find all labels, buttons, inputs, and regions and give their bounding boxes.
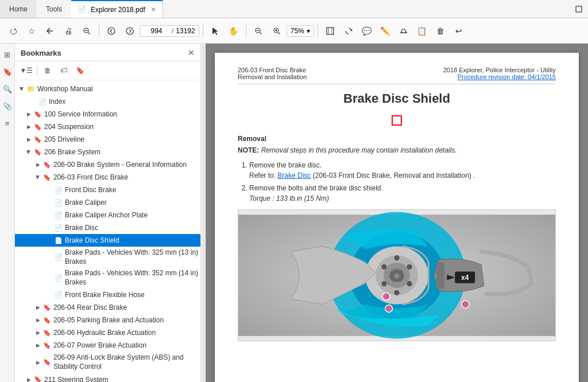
zoom-select[interactable]: 75% ▾ (287, 25, 314, 37)
stamp-button[interactable]: 📋 (413, 22, 431, 40)
label-206-03: 206-03 Front Disc Brake (53, 173, 128, 181)
tree-item-brake-disc[interactable]: 📄 Brake Disc (15, 221, 200, 234)
tree-item-brake-pads-325[interactable]: 📄 Brake Pads - Vehicles With: 325 mm (13… (15, 247, 200, 268)
pdf-header-left: 206-03 Front Disc Brake Removal and Inst… (238, 67, 307, 80)
label-206-06: 206-06 Hydraulic Brake Actuation (53, 329, 156, 337)
delete-bookmark-button[interactable]: 🗑 (41, 64, 55, 77)
tree-item-206-04[interactable]: ▶ 🔖 206-04 Rear Disc Brake (15, 301, 200, 314)
expander-206-00[interactable]: ▶ (33, 160, 42, 169)
tree-item-index[interactable]: 📄 Index (15, 95, 200, 108)
tree-item-206-03[interactable]: ▶ 🔖 206-03 Front Disc Brake (15, 171, 200, 184)
tree-item-brake-pads-352[interactable]: 📄 Brake Pads - Vehicles With: 352 mm (14… (15, 268, 200, 289)
panel-icon-layers[interactable]: ≡ (1, 117, 14, 130)
pdf-note-text: Removal steps in this procedure may cont… (261, 146, 457, 154)
highlight-button[interactable] (395, 22, 412, 40)
tree-item-front-brake-hose[interactable]: 📄 Front Brake Flexible Hose (15, 289, 200, 301)
zoom-in-button[interactable] (268, 22, 285, 40)
expander-206-07[interactable]: ▶ (33, 341, 42, 350)
pdf-header-revision-link[interactable]: Procedure revision date: 04/1/2015 (443, 73, 556, 80)
pdf-step-2-text: Remove the bolts and the brake disc shie… (249, 184, 383, 192)
svg-point-25 (394, 255, 399, 260)
page-separator: / (172, 27, 173, 35)
prev-page-button[interactable] (103, 22, 120, 40)
tree-item-100[interactable]: ▶ 🔖 100 Service Information (15, 108, 200, 120)
bookmark-star-button[interactable]: ☆ (23, 22, 40, 40)
page-number-input[interactable]: 994 (144, 27, 169, 35)
print-button[interactable]: 🖨 (60, 22, 77, 40)
zoom-out-button[interactable] (250, 22, 267, 40)
panel-resizer[interactable] (201, 44, 206, 382)
expander-206-04[interactable]: ▶ (33, 303, 42, 312)
tab-tools[interactable]: Tools (37, 0, 71, 18)
tree-item-206-00[interactable]: ▶ 🔖 206-00 Brake System - General Inform… (15, 158, 200, 171)
bookmark-options-button[interactable]: 🔖 (73, 64, 87, 77)
tree-item-workshop-manual[interactable]: ▶ 📁 Workshop Manual (15, 83, 200, 95)
label-brake-caliper-anchor: Brake Caliper Anchor Plate (65, 211, 148, 219)
pdf-viewer[interactable]: 206-03 Front Disc Brake Removal and Inst… (206, 44, 588, 382)
tab-home[interactable]: Home (0, 0, 37, 18)
previous-page-button[interactable] (41, 22, 59, 40)
expander-206-06[interactable]: ▶ (33, 328, 42, 337)
undo-button[interactable]: ↩ (450, 22, 467, 40)
tree-item-brake-disc-shield[interactable]: 📄 Brake Disc Shield (15, 234, 200, 247)
bookmarks-tree[interactable]: ▶ 📁 Workshop Manual 📄 Index ▶ 🔖 100 Serv… (15, 80, 200, 382)
expander-206[interactable]: ▶ (24, 147, 33, 157)
annotate-comment-button[interactable]: 💬 (358, 22, 376, 40)
tree-item-205[interactable]: ▶ 🔖 205 Driveline (15, 133, 200, 146)
bookmark-icon-211: 🔖 (33, 375, 42, 382)
panel-icon-bookmarks[interactable]: 🔖 (1, 65, 14, 78)
tree-item-204[interactable]: ▶ 🔖 204 Suspension (15, 120, 200, 133)
pdf-step-1-text: Remove the brake disc. (249, 161, 322, 169)
tree-item-front-disc[interactable]: 📄 Front Disc Brake (15, 184, 200, 196)
delete-button[interactable]: 🗑 (432, 22, 449, 40)
svg-point-32 (394, 273, 399, 278)
page-input-container[interactable]: 994 / 13192 (140, 25, 199, 37)
bookmark-icon-206-00: 🔖 (42, 160, 52, 169)
svg-line-12 (278, 32, 280, 34)
pdf-brake-disc-link[interactable]: Brake Disc (277, 171, 311, 180)
label-206: 206 Brake System (44, 148, 100, 156)
expander-204[interactable]: ▶ (24, 122, 33, 131)
tree-item-206-09[interactable]: ▶ 🔖 206-09 Anti-Lock Brake System (ABS) … (15, 352, 200, 373)
tree-item-brake-caliper[interactable]: 📄 Brake Caliper (15, 196, 200, 209)
bookmark-icon-206-07: 🔖 (42, 341, 52, 350)
cursor-tool-button[interactable] (207, 22, 224, 40)
tree-item-206[interactable]: ▶ 🔖 206 Brake System (15, 146, 200, 158)
hand-tool-button[interactable]: ✋ (225, 22, 242, 40)
expander-211[interactable]: ▶ (24, 375, 33, 382)
label-211: 211 Steering System (44, 376, 108, 382)
tree-item-206-05[interactable]: ▶ 🔖 206-05 Parking Brake and Actuation (15, 314, 200, 326)
expand-all-button[interactable]: ▼☰ (20, 64, 33, 77)
panel-icon-thumbnail[interactable]: ⊞ (1, 48, 14, 61)
tree-item-211[interactable]: ▶ 🔖 211 Steering System (15, 373, 200, 382)
bookmark-icon-206-06: 🔖 (42, 328, 52, 337)
back-button[interactable]: ⭯ (5, 22, 22, 40)
expander-brake-caliper-anchor (45, 211, 54, 220)
tree-item-brake-caliper-anchor[interactable]: 📄 Brake Caliper Anchor Plate (15, 209, 200, 221)
label-brake-caliper: Brake Caliper (65, 198, 107, 206)
expander-205[interactable]: ▶ (24, 135, 33, 144)
expander-workshop-manual[interactable]: ▶ (17, 84, 26, 93)
fit-page-button[interactable] (322, 22, 339, 40)
tab-file[interactable]: 📄 Explorer 2018.pdf ✕ (71, 0, 163, 18)
expander-206-05[interactable]: ▶ (33, 315, 42, 325)
tree-item-206-06[interactable]: ▶ 🔖 206-06 Hydraulic Brake Actuation (15, 326, 200, 339)
zoom-out-toolbar-button[interactable] (78, 22, 95, 40)
pen-button[interactable]: ✏️ (377, 22, 394, 40)
label-index: Index (49, 98, 65, 106)
maximize-button[interactable] (570, 0, 588, 18)
next-page-button[interactable] (121, 22, 138, 40)
expander-100[interactable]: ▶ (24, 110, 33, 119)
svg-point-5 (126, 28, 133, 34)
bookmarks-close-button[interactable]: ✕ (188, 48, 195, 57)
tab-close-icon[interactable]: ✕ (151, 6, 156, 13)
panel-icon-search[interactable]: 🔍 (1, 83, 14, 95)
expander-206-09[interactable]: ▶ (33, 358, 42, 367)
tree-item-206-07[interactable]: ▶ 🔖 206-07 Power Brake Actuation (15, 339, 200, 352)
rotate-button[interactable] (340, 22, 357, 40)
add-bookmark-button[interactable]: 🏷 (57, 64, 71, 77)
separator-1 (99, 24, 99, 38)
expander-206-03[interactable]: ▶ (33, 173, 42, 182)
expander-brake-pads-325 (45, 253, 54, 262)
panel-icon-attachments[interactable]: 📎 (1, 100, 14, 112)
